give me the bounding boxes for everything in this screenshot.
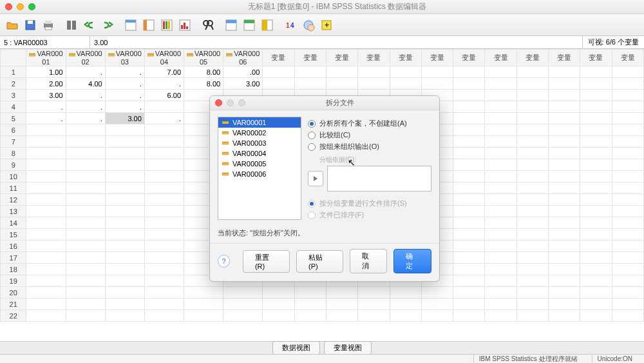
data-cell[interactable] bbox=[390, 299, 421, 310]
data-cell[interactable] bbox=[549, 78, 580, 90]
data-cell[interactable] bbox=[516, 101, 548, 113]
data-cell[interactable] bbox=[66, 217, 105, 229]
reset-button[interactable]: 重置(R) bbox=[243, 250, 290, 273]
data-cell[interactable] bbox=[612, 124, 643, 136]
data-cell[interactable] bbox=[485, 240, 516, 252]
data-cell[interactable] bbox=[516, 78, 548, 90]
split-file-button[interactable] bbox=[259, 17, 276, 34]
row-header[interactable]: 17 bbox=[1, 252, 26, 264]
data-cell[interactable] bbox=[326, 287, 357, 299]
data-cell[interactable]: . bbox=[26, 101, 66, 113]
data-cell[interactable] bbox=[66, 252, 105, 264]
data-cell[interactable] bbox=[263, 66, 294, 78]
data-cell[interactable] bbox=[294, 310, 326, 322]
select-cases-button[interactable] bbox=[300, 17, 317, 34]
data-cell[interactable] bbox=[516, 287, 548, 299]
data-cell[interactable] bbox=[453, 113, 485, 124]
data-cell[interactable] bbox=[144, 206, 184, 217]
data-cell[interactable] bbox=[26, 148, 66, 159]
row-header[interactable]: 5 bbox=[1, 113, 26, 124]
data-cell[interactable] bbox=[549, 240, 580, 252]
data-cell[interactable] bbox=[184, 299, 223, 310]
data-cell[interactable] bbox=[485, 287, 516, 299]
data-cell[interactable] bbox=[105, 252, 144, 264]
save-button[interactable] bbox=[22, 17, 39, 34]
data-cell[interactable] bbox=[358, 287, 390, 299]
variable-list[interactable]: VAR00001VAR00002VAR00003VAR00004VAR00005… bbox=[218, 117, 301, 220]
data-cell[interactable] bbox=[516, 264, 548, 275]
data-cell[interactable] bbox=[26, 275, 66, 287]
variable-item[interactable]: VAR00004 bbox=[218, 148, 301, 159]
data-cell[interactable] bbox=[326, 78, 357, 90]
data-cell[interactable] bbox=[453, 101, 485, 113]
variable-item[interactable]: VAR00002 bbox=[218, 128, 301, 138]
data-cell[interactable] bbox=[326, 310, 357, 322]
data-cell[interactable] bbox=[580, 206, 612, 217]
row-header[interactable]: 10 bbox=[1, 171, 26, 182]
data-cell[interactable] bbox=[421, 78, 453, 90]
data-cell[interactable]: 3.00 bbox=[26, 90, 66, 101]
open-button[interactable] bbox=[4, 17, 21, 34]
data-cell[interactable] bbox=[580, 299, 612, 310]
data-cell[interactable] bbox=[549, 124, 580, 136]
data-cell[interactable] bbox=[390, 310, 421, 322]
data-cell[interactable] bbox=[612, 240, 643, 252]
data-cell[interactable] bbox=[453, 124, 485, 136]
data-cell[interactable] bbox=[580, 217, 612, 229]
data-cell[interactable] bbox=[263, 78, 294, 90]
data-cell[interactable] bbox=[223, 287, 263, 299]
recall-dialog-button[interactable] bbox=[63, 17, 80, 34]
data-cell[interactable] bbox=[612, 148, 643, 159]
weight-button[interactable]: 14 bbox=[282, 17, 299, 34]
empty-column-header[interactable]: 变量 bbox=[516, 50, 548, 66]
data-cell[interactable] bbox=[485, 136, 516, 148]
data-cell[interactable] bbox=[453, 78, 485, 90]
data-cell[interactable] bbox=[66, 159, 105, 171]
data-cell[interactable] bbox=[549, 217, 580, 229]
find-button[interactable] bbox=[200, 17, 216, 34]
data-cell[interactable] bbox=[105, 124, 144, 136]
data-cell[interactable]: 3.00 bbox=[223, 78, 263, 90]
data-cell[interactable] bbox=[105, 299, 144, 310]
data-cell[interactable] bbox=[549, 113, 580, 124]
goto-case-button[interactable] bbox=[122, 17, 139, 34]
data-cell[interactable] bbox=[144, 101, 184, 113]
data-cell[interactable]: . bbox=[66, 90, 105, 101]
data-cell[interactable] bbox=[66, 287, 105, 299]
data-cell[interactable] bbox=[485, 310, 516, 322]
close-window-icon[interactable] bbox=[5, 3, 12, 10]
print-button[interactable] bbox=[40, 17, 57, 34]
data-cell[interactable] bbox=[612, 171, 643, 182]
insert-case-button[interactable] bbox=[223, 17, 240, 34]
data-cell[interactable]: .00 bbox=[223, 66, 263, 78]
row-header[interactable]: 7 bbox=[1, 136, 26, 148]
data-cell[interactable] bbox=[580, 182, 612, 194]
data-cell[interactable] bbox=[516, 113, 548, 124]
data-cell[interactable]: . bbox=[66, 113, 105, 124]
data-cell[interactable] bbox=[453, 159, 485, 171]
data-cell[interactable] bbox=[485, 90, 516, 101]
data-cell[interactable] bbox=[612, 194, 643, 206]
data-cell[interactable] bbox=[144, 171, 184, 182]
redo-button[interactable] bbox=[99, 17, 116, 34]
data-cell[interactable] bbox=[549, 299, 580, 310]
row-header[interactable]: 3 bbox=[1, 90, 26, 101]
empty-column-header[interactable]: 变量 bbox=[580, 50, 612, 66]
data-cell[interactable]: 2.00 bbox=[26, 78, 66, 90]
data-cell[interactable] bbox=[453, 90, 485, 101]
row-header[interactable]: 4 bbox=[1, 101, 26, 113]
row-header[interactable]: 22 bbox=[1, 310, 26, 322]
empty-column-header[interactable]: 变量 bbox=[485, 50, 516, 66]
data-cell[interactable] bbox=[26, 287, 66, 299]
goto-var-button[interactable] bbox=[140, 17, 157, 34]
data-cell[interactable] bbox=[549, 310, 580, 322]
row-header[interactable]: 14 bbox=[1, 217, 26, 229]
data-cell[interactable] bbox=[105, 287, 144, 299]
data-cell[interactable]: 8.00 bbox=[184, 66, 223, 78]
data-cell[interactable] bbox=[549, 194, 580, 206]
data-cell[interactable]: . bbox=[26, 113, 66, 124]
data-cell[interactable] bbox=[485, 206, 516, 217]
row-header[interactable]: 1 bbox=[1, 66, 26, 78]
data-cell[interactable]: 3.00 bbox=[105, 113, 144, 124]
data-cell[interactable] bbox=[580, 287, 612, 299]
